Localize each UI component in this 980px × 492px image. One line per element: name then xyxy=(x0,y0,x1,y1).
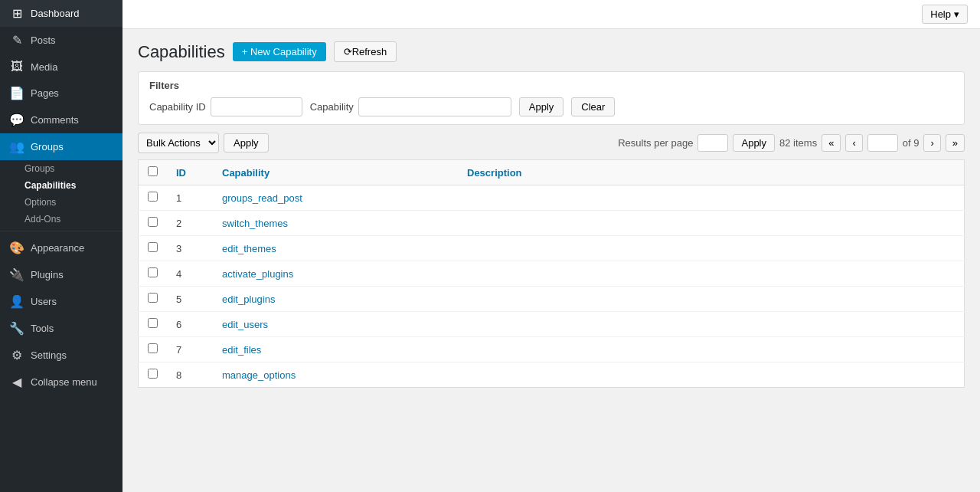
page-next-button[interactable]: › xyxy=(923,134,940,152)
table-row: 2 switch_themes xyxy=(139,211,965,236)
page-header: Capabilities + New Capability ⟳ Refresh xyxy=(138,41,965,62)
media-icon: 🖼 xyxy=(9,60,24,74)
capability-link[interactable]: manage_options xyxy=(222,369,296,381)
page-title: Capabilities xyxy=(138,42,225,62)
help-button[interactable]: Help ▾ xyxy=(922,5,968,24)
sidebar-item-pages[interactable]: 📄 Pages xyxy=(0,80,122,107)
bulk-actions-row: Bulk Actions Apply xyxy=(138,133,269,153)
sidebar-sub-groups[interactable]: Groups xyxy=(0,160,122,177)
capabilities-table: ID Capability Description 1 groups_read_… xyxy=(138,159,965,388)
sidebar-item-groups[interactable]: 👥 Groups xyxy=(0,133,122,160)
tools-icon: 🔧 xyxy=(9,321,24,336)
row-checkbox[interactable] xyxy=(148,192,158,202)
row-checkbox[interactable] xyxy=(148,293,158,303)
row-id: 3 xyxy=(167,236,213,261)
page-prev-button[interactable]: ‹ xyxy=(845,134,862,152)
row-checkbox-cell xyxy=(139,261,168,287)
users-icon: 👤 xyxy=(9,294,24,309)
results-per-page-input[interactable]: 10 xyxy=(697,134,728,152)
table-row: 8 manage_options xyxy=(139,362,965,388)
row-checkbox-cell xyxy=(139,211,168,236)
row-description xyxy=(458,185,965,211)
row-checkbox[interactable] xyxy=(148,217,158,227)
table-row: 4 activate_plugins xyxy=(139,261,965,287)
capability-link[interactable]: switch_themes xyxy=(222,218,288,229)
page-first-button[interactable]: « xyxy=(822,134,841,152)
row-checkbox[interactable] xyxy=(148,242,158,252)
row-description xyxy=(458,312,965,337)
settings-icon: ⚙ xyxy=(9,348,24,362)
capability-link[interactable]: activate_plugins xyxy=(222,268,293,280)
results-per-page-apply-button[interactable]: Apply xyxy=(733,134,775,152)
filters-label: Filters xyxy=(149,80,953,91)
capability-id-field: Capability ID xyxy=(149,97,302,116)
sidebar-sub-capabilities[interactable]: Capabilities xyxy=(0,177,122,194)
total-items: 82 items xyxy=(779,137,817,149)
capability-link[interactable]: edit_plugins xyxy=(222,294,275,305)
page-last-button[interactable]: » xyxy=(946,134,965,152)
filters-row: Capability ID Capability Apply Clear xyxy=(149,97,953,116)
sidebar-item-label: Appearance xyxy=(31,242,84,254)
row-checkbox[interactable] xyxy=(148,318,158,328)
capability-input[interactable] xyxy=(358,97,511,116)
table-row: 3 edit_themes xyxy=(139,236,965,261)
sidebar-item-settings[interactable]: ⚙ Settings xyxy=(0,342,122,369)
filters-section: Filters Capability ID Capability Apply C… xyxy=(138,71,965,125)
page-current-input[interactable]: 1 xyxy=(867,134,898,152)
capability-id-input[interactable] xyxy=(211,97,302,116)
results-per-page-label: Results per page xyxy=(618,137,693,149)
refresh-button[interactable]: ⟳ Refresh xyxy=(334,41,397,62)
capability-link[interactable]: edit_themes xyxy=(222,243,276,254)
row-description xyxy=(458,236,965,261)
table-controls: Bulk Actions Apply Results per page 10 A… xyxy=(138,133,965,153)
table-row: 5 edit_plugins xyxy=(139,287,965,312)
help-chevron-icon: ▾ xyxy=(954,8,959,20)
filter-apply-button[interactable]: Apply xyxy=(519,97,564,116)
sidebar-item-label: Groups xyxy=(31,141,64,153)
sidebar-item-collapse[interactable]: ◀ Collapse menu xyxy=(0,369,122,395)
capability-link[interactable]: groups_read_post xyxy=(222,192,302,204)
row-checkbox[interactable] xyxy=(148,343,158,353)
sidebar-item-posts[interactable]: ✎ Posts xyxy=(0,27,122,54)
row-description xyxy=(458,287,965,312)
sidebar-item-appearance[interactable]: 🎨 Appearance xyxy=(0,235,122,261)
capability-link[interactable]: edit_users xyxy=(222,319,268,330)
description-column-header[interactable]: Description xyxy=(458,160,965,185)
sidebar-item-comments[interactable]: 💬 Comments xyxy=(0,107,122,133)
sidebar-item-plugins[interactable]: 🔌 Plugins xyxy=(0,261,122,288)
capability-label: Capability xyxy=(310,101,354,113)
row-id: 5 xyxy=(167,287,213,312)
row-checkbox[interactable] xyxy=(148,267,158,277)
sidebar-item-tools[interactable]: 🔧 Tools xyxy=(0,315,122,342)
row-capability: edit_plugins xyxy=(213,287,458,312)
sidebar-sub-options[interactable]: Options xyxy=(0,194,122,211)
sidebar-sub-add-ons[interactable]: Add-Ons xyxy=(0,211,122,228)
select-all-checkbox[interactable] xyxy=(148,166,158,176)
select-all-header xyxy=(139,160,168,185)
sidebar-item-label: Posts xyxy=(31,34,56,46)
filter-clear-button[interactable]: Clear xyxy=(571,97,615,116)
capability-column-header[interactable]: Capability xyxy=(213,160,458,185)
help-label: Help xyxy=(930,8,951,20)
collapse-icon: ◀ xyxy=(9,375,24,389)
bulk-apply-button[interactable]: Apply xyxy=(224,133,269,153)
row-description xyxy=(458,362,965,388)
bulk-actions-select[interactable]: Bulk Actions xyxy=(138,133,219,153)
sidebar-item-users[interactable]: 👤 Users xyxy=(0,288,122,315)
row-capability: edit_themes xyxy=(213,236,458,261)
row-capability: edit_users xyxy=(213,312,458,337)
row-capability: edit_files xyxy=(213,337,458,362)
plugins-icon: 🔌 xyxy=(9,267,24,282)
sidebar-item-media[interactable]: 🖼 Media xyxy=(0,54,122,80)
new-capability-button[interactable]: + New Capability xyxy=(233,42,326,61)
sidebar-item-label: Collapse menu xyxy=(31,376,97,388)
sidebar-item-label: Dashboard xyxy=(31,8,80,19)
row-checkbox[interactable] xyxy=(148,369,158,379)
row-checkbox-cell xyxy=(139,185,168,211)
row-checkbox-cell xyxy=(139,312,168,337)
capability-link[interactable]: edit_files xyxy=(222,344,261,356)
topbar: Help ▾ xyxy=(122,0,980,29)
id-column-header[interactable]: ID xyxy=(167,160,213,185)
capability-id-label: Capability ID xyxy=(149,101,206,113)
sidebar-item-dashboard[interactable]: ⊞ Dashboard xyxy=(0,0,122,27)
